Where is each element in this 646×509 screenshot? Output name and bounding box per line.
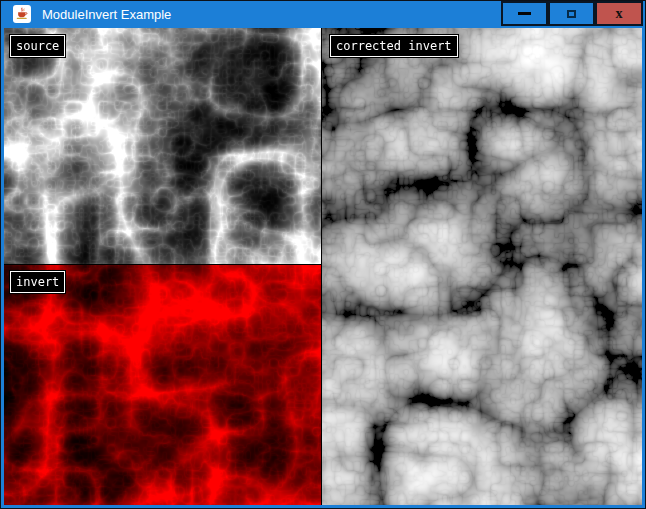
- close-button[interactable]: x: [595, 1, 643, 26]
- corrected-invert-image: [322, 28, 642, 505]
- invert-panel-label: invert: [10, 271, 65, 293]
- minimize-icon: [518, 12, 531, 15]
- java-icon[interactable]: [13, 5, 31, 23]
- close-icon: x: [616, 7, 623, 21]
- source-image: [4, 28, 321, 264]
- invert-image: [4, 265, 321, 505]
- maximize-button[interactable]: [548, 1, 595, 26]
- window-title: ModuleInvert Example: [42, 1, 171, 28]
- corrected-invert-panel-label: corrected invert: [330, 35, 458, 57]
- source-panel-label: source: [10, 35, 65, 57]
- java-coffee-cup-icon: [15, 7, 29, 21]
- window-controls: x: [501, 1, 643, 26]
- minimize-button[interactable]: [501, 1, 548, 26]
- application-window: ModuleInvert Example x source invert cor…: [0, 0, 646, 509]
- render-area: source invert corrected invert: [4, 28, 642, 505]
- titlebar[interactable]: ModuleInvert Example x: [1, 1, 645, 28]
- maximize-icon: [567, 10, 576, 18]
